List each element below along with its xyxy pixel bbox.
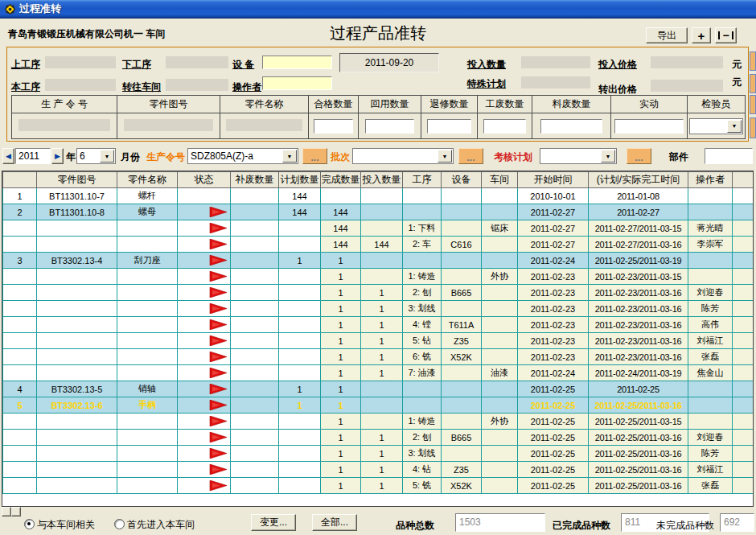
grid-cell-spacer[interactable] [733, 253, 754, 269]
grid-cell-input[interactable] [361, 397, 403, 414]
grid-cell-plan[interactable] [279, 220, 321, 237]
grid-cell-shop[interactable] [482, 253, 518, 269]
add-button[interactable]: + [692, 27, 711, 43]
grid-cell-done[interactable]: 1 [321, 414, 361, 430]
grid-cell-num[interactable] [3, 462, 37, 478]
radio-first-enter[interactable] [114, 519, 125, 529]
grid-cell-done[interactable]: 1 [321, 462, 361, 478]
grid-cell-part_no[interactable]: BT3302.13-4 [37, 253, 117, 269]
grid-cell-flag[interactable] [178, 446, 231, 462]
grid-cell-num[interactable] [3, 237, 37, 253]
grid-cell-plan[interactable] [279, 462, 321, 478]
grid-row[interactable]: 4BT3302.13-5销轴112011-02-252011-02-25 [3, 381, 754, 397]
down-process-field[interactable] [166, 56, 228, 68]
grid-cell-repair[interactable] [231, 349, 279, 365]
grid-cell-spacer[interactable] [733, 301, 754, 317]
grid-row[interactable]: 112: 刨B6652011-02-252011-02-25/2011-03-1… [3, 430, 754, 446]
grid-cell-shop[interactable] [482, 430, 518, 446]
grid-cell-proc[interactable]: 1: 铸造 [403, 269, 442, 285]
grid-cell-shop[interactable] [482, 478, 518, 494]
grid-cell-repair[interactable] [231, 478, 279, 494]
grid-cell-name[interactable] [117, 462, 178, 478]
grid-cell-input[interactable] [361, 381, 403, 397]
grid-cell-proc[interactable]: 4: 镗 [403, 317, 442, 333]
grid-cell-flag[interactable] [178, 349, 231, 365]
grid-cell-plan[interactable]: 1 [279, 397, 321, 414]
grid-cell-repair[interactable] [231, 317, 279, 333]
grid-cell-comp[interactable]: 2011-02-23/2011-03-16 [589, 333, 688, 349]
grid-cell-proc[interactable]: 5: 铣 [403, 478, 442, 494]
material-scrap-qty-input[interactable] [540, 119, 603, 134]
grid-cell-flag[interactable] [178, 269, 231, 285]
grid-cell-input[interactable]: 1 [361, 462, 403, 478]
grid-cell-flag[interactable] [178, 237, 231, 253]
grid-cell-start[interactable]: 2011-02-25 [518, 381, 589, 397]
grid-cell-equip[interactable] [442, 188, 482, 204]
grid-cell-start[interactable]: 2011-02-25 [518, 414, 589, 430]
grid-row[interactable]: 1441442: 车C6162011-02-272011-02-27/2011-… [3, 237, 754, 253]
grid-cell-input[interactable]: 144 [361, 237, 403, 253]
grid-cell-repair[interactable] [231, 220, 279, 237]
grid-cell-proc[interactable]: 3: 划线 [403, 301, 442, 317]
chevron-down-icon[interactable]: ▼ [727, 120, 742, 133]
grid-cell-proc[interactable]: 2: 车 [403, 237, 442, 253]
grid-row[interactable]: 116: 铣X52K2011-02-232011-02-23/2011-03-1… [3, 349, 754, 365]
grid-cell-spacer[interactable] [733, 446, 754, 462]
grid-cell-num[interactable] [3, 478, 37, 494]
grid-cell-proc[interactable] [403, 188, 442, 204]
grid-cell-input[interactable] [361, 269, 403, 285]
grid-cell-repair[interactable] [231, 204, 279, 220]
grid-cell-num[interactable]: 4 [3, 381, 37, 397]
grid-cell-comp[interactable]: 2011-02-25/2011-03-16 [589, 446, 688, 462]
equipment-field[interactable] [262, 56, 332, 69]
grid-cell-flag[interactable] [178, 414, 231, 430]
grid-cell-start[interactable]: 2011-02-27 [518, 237, 589, 253]
grid-cell-equip[interactable]: B665 [442, 430, 482, 446]
grid-cell-spacer[interactable] [733, 478, 754, 494]
grid-cell-proc[interactable]: 1: 下料 [403, 220, 442, 237]
grid-cell-proc[interactable] [403, 381, 442, 397]
grid-cell-shop[interactable] [482, 237, 518, 253]
grid-cell-part_no[interactable] [37, 237, 117, 253]
grid-cell-input[interactable] [361, 204, 403, 220]
grid-cell-input[interactable]: 1 [361, 430, 403, 446]
grid-cell-flag[interactable] [178, 333, 231, 349]
grid-cell-input[interactable]: 1 [361, 285, 403, 301]
grid-cell-plan[interactable] [279, 333, 321, 349]
grid-row[interactable]: 117: 油漆油漆2011-02-242011-02-24/2011-03-19… [3, 365, 754, 381]
grid-cell-start[interactable]: 2011-02-25 [518, 478, 589, 494]
grid-cell-shop[interactable] [482, 188, 518, 204]
output-price-field[interactable] [651, 80, 723, 92]
grid-cell-start[interactable]: 2010-10-01 [518, 188, 589, 204]
grid-cell-flag[interactable] [178, 188, 231, 204]
grid-cell-spacer[interactable] [733, 237, 754, 253]
grid-cell-name[interactable] [117, 478, 178, 494]
grid-row[interactable]: 115: 钻Z352011-02-232011-02-23/2011-03-16… [3, 333, 754, 349]
grid-cell-num[interactable] [3, 365, 37, 381]
grid-cell-done[interactable]: 1 [321, 478, 361, 494]
grid-cell-flag[interactable] [178, 365, 231, 381]
grid-cell-equip[interactable]: Z35 [442, 333, 482, 349]
grid-cell-done[interactable]: 1 [321, 301, 361, 317]
grid-cell-proc[interactable]: 6: 铣 [403, 349, 442, 365]
grid-cell-flag[interactable] [178, 381, 231, 397]
grid-cell-name[interactable] [117, 446, 178, 462]
grid-cell-proc[interactable]: 4: 钻 [403, 462, 442, 478]
grid-cell-num[interactable] [3, 446, 37, 462]
grid-cell-start[interactable]: 2011-02-25 [518, 446, 589, 462]
grid-cell-input[interactable] [361, 253, 403, 269]
grid-cell-name[interactable]: 螺杆 [117, 188, 178, 204]
batch-combo[interactable]: ▼ [352, 148, 454, 164]
grid-cell-operator[interactable] [688, 414, 733, 430]
side-panel-button[interactable] [750, 51, 756, 71]
grid-cell-part_no[interactable] [37, 365, 117, 381]
chevron-down-icon[interactable]: ▼ [438, 150, 452, 163]
grid-cell-shop[interactable] [482, 301, 518, 317]
grid-cell-shop[interactable]: 锯床 [482, 220, 518, 237]
grid-cell-plan[interactable] [279, 301, 321, 317]
grid-cell-spacer[interactable] [733, 414, 754, 430]
grid-cell-flag[interactable] [178, 220, 231, 237]
grid-cell-proc[interactable]: 1: 铸造 [403, 414, 442, 430]
grid-cell-start[interactable]: 2011-02-23 [518, 349, 589, 365]
grid-cell-shop[interactable] [482, 381, 518, 397]
